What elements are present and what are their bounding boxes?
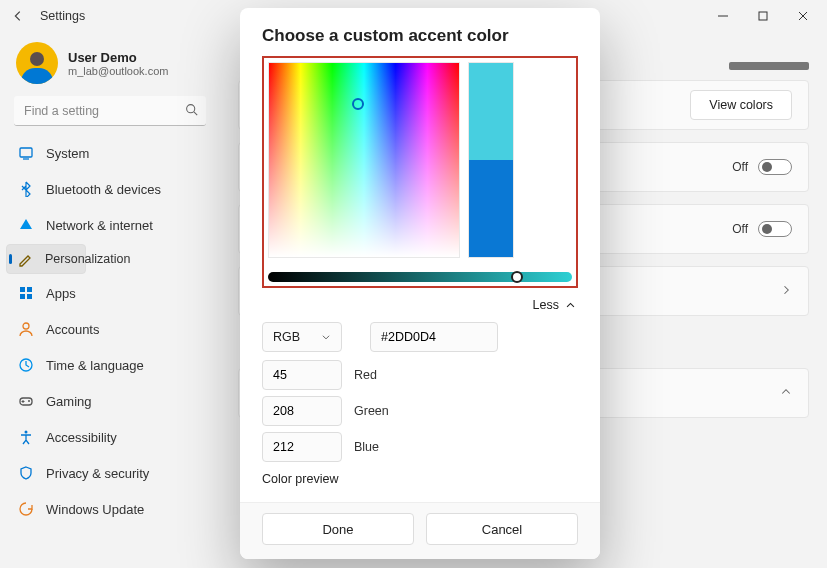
blue-input[interactable]	[262, 432, 342, 462]
nav-item-label: Accounts	[46, 322, 99, 337]
chevron-right-icon	[780, 284, 792, 299]
dialog-title: Choose a custom accent color	[262, 26, 578, 46]
toggle-switch[interactable]	[758, 221, 792, 237]
svg-point-10	[28, 400, 30, 402]
hue-thumb[interactable]	[511, 271, 523, 283]
update-icon	[18, 501, 34, 517]
red-label: Red	[354, 368, 377, 382]
chevron-down-icon	[321, 332, 331, 342]
svg-rect-4	[27, 287, 32, 292]
toggle-label: Off	[732, 222, 748, 236]
personalization-icon	[17, 251, 33, 267]
sv-thumb[interactable]	[352, 98, 364, 110]
gaming-icon	[18, 393, 34, 409]
decorative-bar	[729, 62, 809, 70]
svg-rect-3	[20, 287, 25, 292]
hex-input[interactable]	[370, 322, 498, 352]
profile-name: User Demo	[68, 50, 168, 65]
nav-item-label: Time & language	[46, 358, 144, 373]
color-mode-value: RGB	[273, 330, 300, 344]
nav-item-personalization[interactable]: Personalization	[6, 244, 86, 274]
nav-item-label: Bluetooth & devices	[46, 182, 161, 197]
svg-rect-5	[20, 294, 25, 299]
accounts-icon	[18, 321, 34, 337]
nav-item-network[interactable]: Network & internet	[6, 208, 214, 242]
red-input[interactable]	[262, 360, 342, 390]
navigation-pane: User Demo m_lab@outlook.com SystemBlueto…	[0, 32, 220, 568]
close-button[interactable]	[783, 0, 823, 32]
window-controls	[703, 0, 823, 32]
avatar	[16, 42, 58, 84]
time-icon	[18, 357, 34, 373]
done-button[interactable]: Done	[262, 513, 414, 545]
bluetooth-icon	[18, 181, 34, 197]
green-label: Green	[354, 404, 389, 418]
nav-item-label: Gaming	[46, 394, 92, 409]
less-label: Less	[533, 298, 559, 312]
cancel-button[interactable]: Cancel	[426, 513, 578, 545]
nav-item-gaming[interactable]: Gaming	[6, 384, 214, 418]
profile-email: m_lab@outlook.com	[68, 65, 168, 77]
back-button[interactable]	[4, 2, 32, 30]
nav-item-privacy[interactable]: Privacy & security	[6, 456, 214, 490]
color-preview-label: Color preview	[262, 472, 578, 486]
window-title: Settings	[40, 9, 85, 23]
svg-point-1	[187, 105, 195, 113]
privacy-icon	[18, 465, 34, 481]
nav-item-accounts[interactable]: Accounts	[6, 312, 214, 346]
hue-slider[interactable]	[268, 272, 572, 282]
color-mode-select[interactable]: RGB	[262, 322, 342, 352]
nav-item-label: Apps	[46, 286, 76, 301]
nav-item-label: Network & internet	[46, 218, 153, 233]
chevron-up-icon	[780, 386, 792, 401]
toggle-switch[interactable]	[758, 159, 792, 175]
less-toggle[interactable]: Less	[262, 298, 576, 312]
nav-item-apps[interactable]: Apps	[6, 276, 214, 310]
saturation-value-field[interactable]	[268, 62, 460, 258]
search-input[interactable]	[14, 96, 206, 126]
svg-rect-2	[20, 148, 32, 157]
minimize-button[interactable]	[703, 0, 743, 32]
search-icon	[185, 103, 198, 119]
svg-rect-0	[759, 12, 767, 20]
nav-list: SystemBluetooth & devicesNetwork & inter…	[6, 136, 214, 526]
picker-highlight	[262, 56, 578, 288]
toggle-label: Off	[732, 160, 748, 174]
network-icon	[18, 217, 34, 233]
apps-icon	[18, 285, 34, 301]
svg-point-7	[23, 323, 29, 329]
blue-label: Blue	[354, 440, 379, 454]
svg-rect-6	[27, 294, 32, 299]
svg-point-11	[25, 431, 28, 434]
nav-item-label: Windows Update	[46, 502, 144, 517]
chevron-up-icon	[565, 300, 576, 311]
view-colors-button[interactable]: View colors	[690, 90, 792, 120]
nav-item-label: System	[46, 146, 89, 161]
nav-item-label: Accessibility	[46, 430, 117, 445]
value-column[interactable]	[468, 62, 514, 258]
nav-item-time[interactable]: Time & language	[6, 348, 214, 382]
profile[interactable]: User Demo m_lab@outlook.com	[6, 38, 214, 94]
nav-item-update[interactable]: Windows Update	[6, 492, 214, 526]
nav-item-label: Personalization	[45, 252, 130, 266]
accessibility-icon	[18, 429, 34, 445]
nav-item-bluetooth[interactable]: Bluetooth & devices	[6, 172, 214, 206]
maximize-button[interactable]	[743, 0, 783, 32]
system-icon	[18, 145, 34, 161]
nav-item-label: Privacy & security	[46, 466, 149, 481]
green-input[interactable]	[262, 396, 342, 426]
color-picker-dialog: Choose a custom accent color Less RGB Re…	[240, 8, 600, 559]
nav-item-system[interactable]: System	[6, 136, 214, 170]
nav-item-accessibility[interactable]: Accessibility	[6, 420, 214, 454]
